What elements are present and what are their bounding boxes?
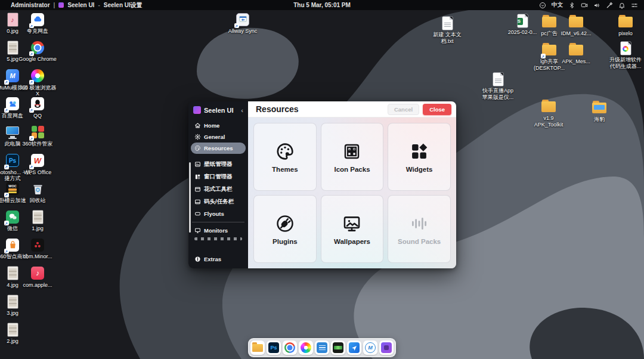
display-icon[interactable]: [581, 2, 588, 9]
desktop-icon-新建-文本文-档-txt[interactable]: 新建 文本文 档.txt: [428, 16, 466, 45]
dock-app-color-swirl[interactable]: [299, 341, 313, 355]
chrome-icon: [284, 342, 295, 353]
main-panel: Resources Cancel Close Themes Icon Packs…: [248, 101, 456, 268]
desktop-icon-google-chrome[interactable]: ↗ Google Chrome: [18, 40, 57, 63]
shortcut-arrow-badge: ↗: [4, 165, 9, 169]
minor-icon: [30, 237, 45, 252]
dock-app-photoshop[interactable]: Ps: [267, 341, 281, 355]
notifications-icon[interactable]: [618, 2, 626, 9]
nav-item-clipped[interactable]: [194, 237, 242, 240]
clock[interactable]: Thu 5 Mar, 05:01 PM: [293, 2, 351, 8]
desktop-icon-label: 回收站: [18, 197, 57, 204]
dock-app-mumu[interactable]: M: [363, 341, 377, 355]
desktop-icon-label: 360软件管家: [18, 141, 57, 147]
card-plugins[interactable]: Plugins: [253, 195, 317, 263]
dock-app-messenger[interactable]: [347, 341, 361, 355]
screen-icon: [342, 213, 362, 234]
desktop-icon-v1-9-apk-toolkit[interactable]: v1.9 APK_Toolkit: [530, 99, 568, 128]
plug-icon: [275, 213, 295, 234]
card-label: Widgets: [406, 166, 433, 173]
desktop-icon-2-jpg[interactable]: 2.jpg: [0, 322, 32, 345]
card-widgets[interactable]: Widgets: [388, 123, 451, 191]
image-pink-icon: ♪: [5, 12, 20, 27]
tray-expand-icon[interactable]: [539, 2, 546, 9]
colordoc-icon: [618, 41, 633, 55]
sidebar-item-home[interactable]: Home: [191, 120, 246, 131]
desktop-icon-回收站[interactable]: 回收站: [18, 181, 57, 204]
desktop-icon-wps-office[interactable]: W↗ WPS Office: [18, 153, 57, 176]
desktop-icon-label: 2.jpg: [0, 338, 32, 345]
desktop-icon-label: Google Chrome: [18, 56, 57, 63]
folder-icon: [569, 42, 584, 57]
desktop-icon-360-极速浏览器x[interactable]: ↗ 360 极速浏览器X: [18, 69, 57, 98]
annotate-icon[interactable]: [606, 2, 613, 9]
desktop-icon-com-apple[interactable]: ♪ com.apple...: [18, 266, 57, 289]
sidebar-item-label: Resources: [204, 145, 233, 151]
desktop-icon-3-jpg[interactable]: 3.jpg: [0, 294, 32, 317]
desktop-icon-label: IDM_v6.42...: [557, 30, 595, 37]
dock-app-terminal[interactable]: [331, 341, 345, 355]
sidebar-item-label: 花式工具栏: [204, 185, 233, 193]
system-tray: 中文: [539, 1, 638, 9]
ps-icon: Ps↗: [5, 153, 20, 168]
desktop-icon-allway-sync[interactable]: ↗ Allway Sync: [224, 12, 262, 35]
card-wallpapers[interactable]: Wallpapers: [321, 195, 384, 263]
sidebar-item-壁纸管理器[interactable]: 壁纸管理器: [191, 158, 246, 171]
desktop-icon-idm-v6-42[interactable]: IDM_v6.42...: [557, 14, 595, 37]
desktop-icon-label: Allway Sync: [224, 28, 262, 35]
resources-body: Themes Icon Packs Widgets Plugins Wallpa…: [248, 117, 456, 268]
desktop-icon-快手直播app-苹果版是仅[interactable]: 快手直播App 苹果版是仅...: [479, 72, 517, 101]
sound-icon: [409, 213, 429, 234]
palette-icon: [194, 145, 201, 151]
dock-icon: [194, 199, 201, 205]
card-themes[interactable]: Themes: [253, 123, 317, 191]
desktop-icon-1-jpg[interactable]: 1.jpg: [18, 209, 57, 232]
sidebar-item-窗口管理器[interactable]: 窗口管理器: [191, 171, 246, 183]
app-name: Seelen UI: [67, 2, 94, 8]
sidebar-collapse-button[interactable]: ‹: [240, 107, 244, 114]
sidebar-item-monitors[interactable]: Monitors: [191, 225, 246, 236]
dock-app-chrome[interactable]: [283, 341, 297, 355]
card-label: Sound Packs: [398, 238, 441, 245]
network-settings-icon[interactable]: [631, 2, 638, 9]
desktop-icon-com-minor[interactable]: com.Minor...: [18, 237, 57, 260]
card-icon-packs[interactable]: Icon Packs: [321, 123, 384, 191]
dock-app-file-explorer[interactable]: [250, 341, 265, 355]
wps-icon: W↗: [30, 153, 45, 168]
language-indicator[interactable]: 中文: [552, 1, 563, 9]
desktop-icon-360软件管家[interactable]: ↗ 360软件管家: [18, 125, 57, 147]
desktop-icon-海豹[interactable]: 海豹: [580, 100, 618, 123]
sidebar-item-码头-任务栏[interactable]: 码头/任务栏: [191, 196, 246, 208]
shortcut-arrow-badge: ↗: [29, 136, 34, 141]
shortcut-arrow-badge: ↗: [29, 108, 34, 113]
sidebar-item-extras[interactable]: Extras: [191, 253, 246, 265]
desktop-icon-apk-mes[interactable]: APK_Mes...: [557, 42, 595, 65]
sidebar-item-花式工具栏[interactable]: 花式工具栏: [191, 183, 246, 196]
sidebar-item-label: 码头/任务栏: [204, 198, 234, 206]
sidebar-item-resources[interactable]: Resources: [191, 143, 246, 154]
dock-app-seelen-ui[interactable]: [379, 341, 394, 355]
card-label: Icon Packs: [334, 166, 370, 173]
sidebar-item-general[interactable]: General: [191, 131, 246, 143]
cloud-icon: ↗: [30, 12, 45, 27]
colorwheel-icon: ↗: [30, 69, 45, 83]
widgets-icon: [409, 141, 429, 162]
desktop-icon-pixelo[interactable]: pixelo: [606, 14, 644, 37]
cancel-button[interactable]: Cancel: [388, 104, 419, 115]
dock-app-notebook[interactable]: [315, 341, 329, 355]
sidebar-scrollbar[interactable]: [189, 162, 191, 233]
sidebar-item-flyouts[interactable]: Flyouts: [191, 208, 246, 219]
shortcut-arrow-badge: ↗: [4, 221, 9, 225]
desktop-icon-夸克网盘[interactable]: ↗ 夸克网盘: [18, 12, 57, 35]
messenger-icon: [349, 342, 360, 353]
shortcut-arrow-badge: ↗: [29, 51, 34, 56]
card-label: Plugins: [273, 238, 298, 245]
baidu-icon: ↗: [5, 97, 20, 112]
woc-icon: WOC↗: [5, 181, 20, 196]
desktop-icon-升级新增软件-代码生成器[interactable]: 升级新增软件 代码生成器...: [606, 41, 644, 70]
image-icon: [5, 266, 20, 281]
desktop-icon-qq[interactable]: ↗ QQ: [18, 97, 57, 119]
close-button[interactable]: Close: [423, 104, 451, 115]
volume-icon[interactable]: [593, 2, 600, 9]
bluetooth-icon[interactable]: [568, 2, 575, 9]
